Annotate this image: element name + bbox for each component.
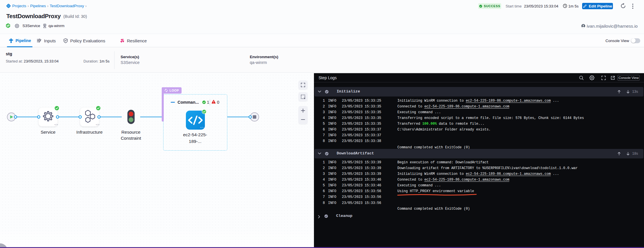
svg-text:</>: </> <box>96 124 99 126</box>
svg-text:</>: </> <box>200 126 203 129</box>
svg-text:</>: </> <box>54 124 58 126</box>
